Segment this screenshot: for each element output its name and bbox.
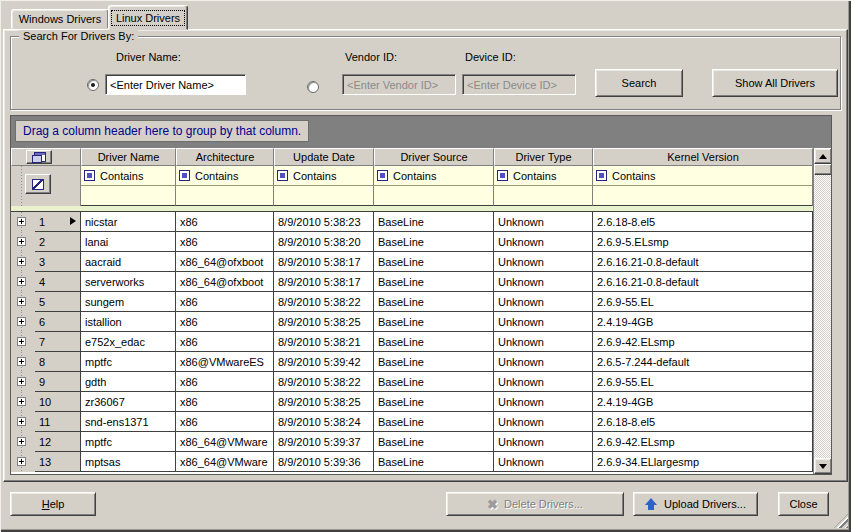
row-expand-cell[interactable]: [11, 312, 35, 332]
cell-update-date[interactable]: 8/9/2010 5:38:22: [274, 292, 374, 312]
row-number-cell[interactable]: 13: [35, 452, 81, 472]
cell-driver-name[interactable]: aacraid: [81, 252, 176, 272]
expand-plus-icon[interactable]: [17, 377, 26, 386]
cell-driver-source[interactable]: BaseLine: [374, 312, 494, 332]
cell-driver-source[interactable]: BaseLine: [374, 332, 494, 352]
tab-windows-drivers[interactable]: Windows Drivers: [11, 9, 109, 29]
table-row[interactable]: 2 lanai x86 8/9/2010 5:38:20 BaseLine Un…: [11, 232, 813, 252]
table-row[interactable]: 11 snd-ens1371 x86 8/9/2010 5:38:24 Base…: [11, 412, 813, 432]
filter-operator-icon[interactable]: [497, 170, 508, 181]
cell-update-date[interactable]: 8/9/2010 5:38:23: [274, 212, 374, 232]
scrollbar-thumb[interactable]: [814, 164, 832, 175]
cell-driver-name[interactable]: istallion: [81, 312, 176, 332]
cell-driver-type[interactable]: Unknown: [494, 392, 593, 412]
filter-input-driver-type[interactable]: [494, 186, 593, 206]
row-number-cell[interactable]: 9: [35, 372, 81, 392]
cell-driver-source[interactable]: BaseLine: [374, 252, 494, 272]
table-row[interactable]: 13 mptsas x86_64@VMware 8/9/2010 5:39:36…: [11, 452, 813, 472]
cell-architecture[interactable]: x86: [176, 372, 274, 392]
filter-cell-kernel-version[interactable]: Contains: [593, 166, 813, 186]
cell-kernel-version[interactable]: 2.6.16.21-0.8-default: [593, 252, 813, 272]
filter-operator-icon[interactable]: [596, 170, 607, 181]
cell-driver-type[interactable]: Unknown: [494, 432, 593, 452]
device-id-input[interactable]: [462, 74, 576, 95]
cell-architecture[interactable]: x86_64@ofxboot: [176, 252, 274, 272]
column-header-driver-name[interactable]: Driver Name: [81, 148, 176, 166]
row-expand-cell[interactable]: [11, 432, 35, 452]
filter-operator-icon[interactable]: [277, 170, 288, 181]
cell-update-date[interactable]: 8/9/2010 5:38:25: [274, 312, 374, 332]
expand-plus-icon[interactable]: [17, 417, 26, 426]
row-expand-cell[interactable]: [11, 212, 35, 232]
table-row[interactable]: 8 mptfc x86@VMwareES 8/9/2010 5:39:42 Ba…: [11, 352, 813, 372]
show-all-drivers-button[interactable]: Show All Drivers: [712, 69, 838, 97]
cell-kernel-version[interactable]: 2.6.16.21-0.8-default: [593, 272, 813, 292]
cell-driver-name[interactable]: mptfc: [81, 352, 176, 372]
cell-driver-name[interactable]: serverworks: [81, 272, 176, 292]
row-expand-cell[interactable]: [11, 392, 35, 412]
cell-driver-name[interactable]: snd-ens1371: [81, 412, 176, 432]
cell-architecture[interactable]: x86: [176, 292, 274, 312]
filter-input-update-date[interactable]: [274, 186, 374, 206]
expand-plus-icon[interactable]: [17, 217, 26, 226]
expand-plus-icon[interactable]: [17, 297, 26, 306]
cell-update-date[interactable]: 8/9/2010 5:38:17: [274, 252, 374, 272]
column-header-driver-type[interactable]: Driver Type: [494, 148, 593, 166]
row-expand-cell[interactable]: [11, 272, 35, 292]
row-number-cell[interactable]: 4: [35, 272, 81, 292]
close-button[interactable]: Close: [778, 492, 829, 516]
column-header-architecture[interactable]: Architecture: [176, 148, 274, 166]
cell-kernel-version[interactable]: 2.6.9-55.EL: [593, 372, 813, 392]
cell-update-date[interactable]: 8/9/2010 5:39:36: [274, 452, 374, 472]
cell-update-date[interactable]: 8/9/2010 5:38:25: [274, 392, 374, 412]
filter-input-architecture[interactable]: [176, 186, 274, 206]
column-header-update-date[interactable]: Update Date: [274, 148, 374, 166]
table-row[interactable]: 6 istallion x86 8/9/2010 5:38:25 BaseLin…: [11, 312, 813, 332]
driver-name-input[interactable]: [105, 74, 246, 95]
cell-driver-source[interactable]: BaseLine: [374, 352, 494, 372]
filter-operator-icon[interactable]: [84, 170, 95, 181]
cell-driver-source[interactable]: BaseLine: [374, 432, 494, 452]
cell-kernel-version[interactable]: 2.6.9-34.ELlargesmp: [593, 452, 813, 472]
cell-kernel-version[interactable]: 2.6.9-55.EL: [593, 292, 813, 312]
row-number-cell[interactable]: 12: [35, 432, 81, 452]
expand-plus-icon[interactable]: [17, 437, 26, 446]
row-number-cell[interactable]: 8: [35, 352, 81, 372]
filter-input-driver-source[interactable]: [374, 186, 494, 206]
cell-kernel-version[interactable]: 2.6.9-5.ELsmp: [593, 232, 813, 252]
cell-driver-name[interactable]: zr36067: [81, 392, 176, 412]
cell-driver-name[interactable]: mptfc: [81, 432, 176, 452]
driver-name-radio[interactable]: [87, 79, 99, 91]
vendor-id-input[interactable]: [342, 74, 456, 95]
cell-kernel-version[interactable]: 2.6.9-42.ELsmp: [593, 432, 813, 452]
cell-update-date[interactable]: 8/9/2010 5:38:21: [274, 332, 374, 352]
vendor-device-radio[interactable]: [307, 81, 319, 93]
filter-operator-icon[interactable]: [377, 170, 388, 181]
row-number-cell[interactable]: 11: [35, 412, 81, 432]
table-row[interactable]: 5 sungem x86 8/9/2010 5:38:22 BaseLine U…: [11, 292, 813, 312]
table-row[interactable]: 1 nicstar x86 8/9/2010 5:38:23 BaseLine …: [11, 212, 813, 232]
table-row[interactable]: 9 gdth x86 8/9/2010 5:38:22 BaseLine Unk…: [11, 372, 813, 392]
cell-driver-name[interactable]: sungem: [81, 292, 176, 312]
cell-architecture[interactable]: x86: [176, 312, 274, 332]
cell-driver-source[interactable]: BaseLine: [374, 392, 494, 412]
cell-architecture[interactable]: x86_64@VMware: [176, 452, 274, 472]
row-expand-cell[interactable]: [11, 412, 35, 432]
row-number-cell[interactable]: 5: [35, 292, 81, 312]
filter-input-driver-name[interactable]: [81, 186, 176, 206]
cell-update-date[interactable]: 8/9/2010 5:39:37: [274, 432, 374, 452]
row-number-cell[interactable]: 7: [35, 332, 81, 352]
table-row[interactable]: 7 e752x_edac x86 8/9/2010 5:38:21 BaseLi…: [11, 332, 813, 352]
expand-plus-icon[interactable]: [17, 337, 26, 346]
cell-driver-type[interactable]: Unknown: [494, 352, 593, 372]
cell-driver-name[interactable]: mptsas: [81, 452, 176, 472]
cell-architecture[interactable]: x86: [176, 412, 274, 432]
cell-architecture[interactable]: x86_64@VMware: [176, 432, 274, 452]
table-row[interactable]: 3 aacraid x86_64@ofxboot 8/9/2010 5:38:1…: [11, 252, 813, 272]
row-number-cell[interactable]: 6: [35, 312, 81, 332]
table-row[interactable]: 10 zr36067 x86 8/9/2010 5:38:25 BaseLine…: [11, 392, 813, 412]
column-header-kernel-version[interactable]: Kernel Version: [593, 148, 813, 166]
delete-drivers-button[interactable]: Delete Drivers...: [446, 492, 624, 516]
row-number-cell[interactable]: 1: [35, 212, 81, 232]
cell-driver-type[interactable]: Unknown: [494, 212, 593, 232]
